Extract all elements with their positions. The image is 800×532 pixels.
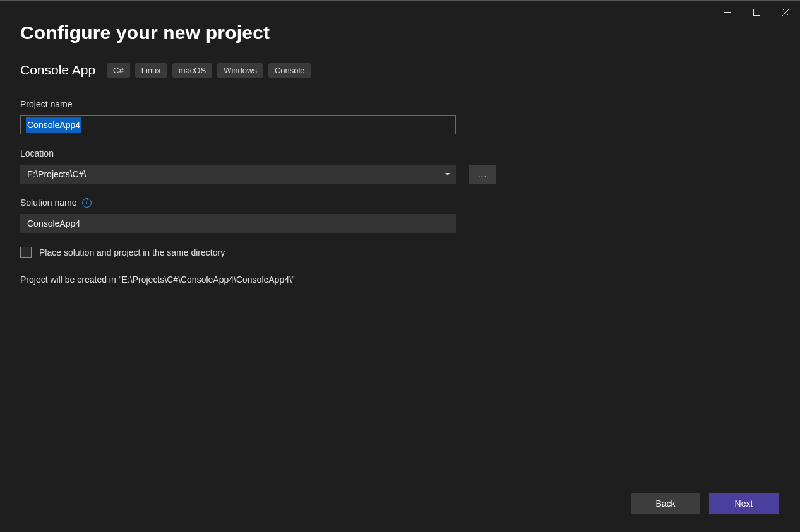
chevron-down-icon — [445, 173, 450, 175]
template-tag-list: C# Linux macOS Windows Console — [107, 63, 311, 78]
minimize-icon — [724, 9, 731, 16]
solution-name-label: Solution name — [20, 198, 77, 208]
info-icon[interactable]: i — [82, 198, 92, 208]
template-tag: C# — [107, 63, 130, 78]
template-tag: Linux — [135, 63, 167, 78]
minimize-button[interactable] — [713, 3, 742, 21]
project-name-input[interactable]: ConsoleApp4 — [20, 115, 456, 134]
creation-path-text: Project will be created in "E:\Projects\… — [20, 275, 780, 285]
browse-button[interactable]: ... — [469, 165, 496, 184]
close-button[interactable] — [771, 3, 800, 21]
back-button[interactable]: Back — [631, 493, 700, 514]
location-label: Location — [20, 148, 780, 158]
solution-name-input[interactable]: ConsoleApp4 — [20, 214, 456, 233]
same-directory-label: Place solution and project in the same d… — [39, 247, 225, 257]
dialog-footer: Back Next — [631, 493, 779, 514]
template-tag: Windows — [217, 63, 263, 78]
template-name: Console App — [20, 62, 95, 78]
next-button[interactable]: Next — [709, 493, 779, 514]
maximize-icon — [753, 9, 760, 16]
template-tag: Console — [268, 63, 311, 78]
template-tag: macOS — [172, 63, 212, 78]
close-icon — [782, 9, 789, 16]
same-directory-checkbox[interactable] — [20, 247, 32, 258]
solution-name-value: ConsoleApp4 — [27, 218, 80, 228]
template-header: Console App C# Linux macOS Windows Conso… — [20, 62, 780, 78]
maximize-button[interactable] — [742, 3, 771, 21]
page-title: Configure your new project — [20, 22, 780, 44]
project-name-value: ConsoleApp4 — [26, 117, 81, 133]
location-value: E:\Projects\C#\ — [27, 169, 86, 179]
location-combobox[interactable]: E:\Projects\C#\ — [20, 165, 456, 184]
project-name-label: Project name — [20, 99, 780, 109]
svg-rect-1 — [753, 9, 760, 15]
window-controls — [713, 1, 800, 23]
